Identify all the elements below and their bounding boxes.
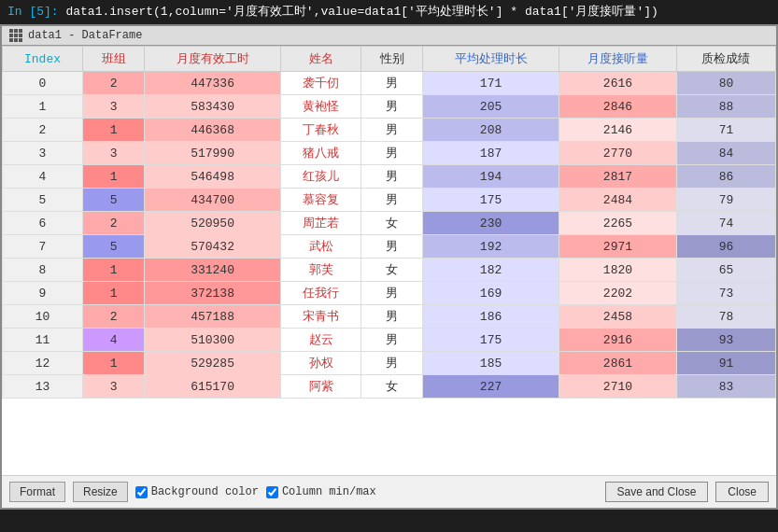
cell-avg: 187 <box>423 142 559 165</box>
cell-gender: 男 <box>361 305 423 329</box>
cell-index: 13 <box>3 375 83 399</box>
col-header-name: 姓名 <box>281 47 361 72</box>
cell-index: 0 <box>3 72 83 95</box>
cell-listen: 2484 <box>559 189 677 212</box>
cell-gongshi: 447336 <box>145 72 281 95</box>
cell-banz: 3 <box>83 95 145 119</box>
table-row: 33517990猪八戒男187277084 <box>3 142 776 165</box>
col-minmax-label: Column min/max <box>282 485 376 498</box>
cell-name: 猪八戒 <box>281 142 361 165</box>
cell-index: 2 <box>3 119 83 142</box>
title-bar: data1 - DataFrame <box>2 26 776 46</box>
cell-score: 80 <box>676 72 775 95</box>
cell-score: 84 <box>676 142 775 165</box>
cell-score: 93 <box>676 329 775 352</box>
cell-avg: 185 <box>423 352 559 375</box>
table-row: 102457188宋青书男186245878 <box>3 305 776 329</box>
col-header-score: 质检成绩 <box>676 47 775 72</box>
cell-name: 郭芙 <box>281 259 361 282</box>
cell-listen: 2770 <box>559 142 677 165</box>
cell-name: 黄袍怪 <box>281 95 361 119</box>
cell-gender: 女 <box>361 259 423 282</box>
bg-color-checkbox-label[interactable]: Background color <box>135 485 259 498</box>
table-row: 02447336袭千仞男171261680 <box>3 72 776 95</box>
cell-score: 73 <box>676 282 775 305</box>
col-header-listen: 月度接听量 <box>559 47 677 72</box>
resize-button[interactable]: Resize <box>73 482 128 502</box>
cell-gongshi: 570432 <box>145 235 281 259</box>
cell-avg: 186 <box>423 305 559 329</box>
cell-banz: 5 <box>83 235 145 259</box>
cell-score: 96 <box>676 235 775 259</box>
cell-banz: 1 <box>83 282 145 305</box>
table-container[interactable]: Index 班组 月度有效工时 姓名 性别 平均处理时长 月度接听量 质检成绩 … <box>2 46 776 475</box>
cell-banz: 3 <box>83 142 145 165</box>
table-row: 13583430黄袍怪男205284688 <box>3 95 776 119</box>
cell-name: 红孩儿 <box>281 165 361 189</box>
cell-index: 7 <box>3 235 83 259</box>
dataframe-window: data1 - DataFrame Index 班组 月度有效工时 姓名 性别 … <box>0 24 778 510</box>
cell-listen: 2861 <box>559 352 677 375</box>
cell-index: 3 <box>3 142 83 165</box>
cell-banz: 1 <box>83 352 145 375</box>
cell-index: 8 <box>3 259 83 282</box>
col-minmax-checkbox-label[interactable]: Column min/max <box>266 485 376 498</box>
cell-name: 任我行 <box>281 282 361 305</box>
col-header-avg: 平均处理时长 <box>423 47 559 72</box>
cell-gender: 男 <box>361 352 423 375</box>
table-row: 133615170阿紫女227271083 <box>3 375 776 399</box>
table-body: 02447336袭千仞男17126168013583430黄袍怪男2052846… <box>3 72 776 399</box>
cell-gongshi: 529285 <box>145 352 281 375</box>
cell-index: 12 <box>3 352 83 375</box>
close-button[interactable]: Close <box>715 482 769 502</box>
cell-gongshi: 331240 <box>145 259 281 282</box>
table-row: 55434700慕容复男175248479 <box>3 189 776 212</box>
cell-listen: 2846 <box>559 95 677 119</box>
bg-color-checkbox[interactable] <box>135 486 148 498</box>
cell-gender: 男 <box>361 329 423 352</box>
cell-avg: 182 <box>423 259 559 282</box>
cell-index: 5 <box>3 189 83 212</box>
cell-avg: 169 <box>423 282 559 305</box>
cell-avg: 175 <box>423 189 559 212</box>
cell-score: 91 <box>676 352 775 375</box>
cell-gongshi: 510300 <box>145 329 281 352</box>
data-table: Index 班组 月度有效工时 姓名 性别 平均处理时长 月度接听量 质检成绩 … <box>2 46 776 399</box>
cell-avg: 171 <box>423 72 559 95</box>
cell-banz: 2 <box>83 305 145 329</box>
cell-name: 慕容复 <box>281 189 361 212</box>
cell-gongshi: 546498 <box>145 165 281 189</box>
col-header-banz: 班组 <box>83 47 145 72</box>
cell-banz: 1 <box>83 259 145 282</box>
cell-banz: 4 <box>83 329 145 352</box>
table-row: 41546498红孩儿男194281786 <box>3 165 776 189</box>
table-row: 21446368丁春秋男208214671 <box>3 119 776 142</box>
col-header-index: Index <box>3 47 83 72</box>
table-row: 75570432武松男192297196 <box>3 235 776 259</box>
cell-gongshi: 446368 <box>145 119 281 142</box>
col-header-gender: 性别 <box>361 47 423 72</box>
cell-gender: 男 <box>361 95 423 119</box>
cell-gongshi: 517990 <box>145 142 281 165</box>
cell-gongshi: 520950 <box>145 212 281 235</box>
cell-gongshi: 372138 <box>145 282 281 305</box>
col-header-gongshi: 月度有效工时 <box>145 47 281 72</box>
col-minmax-checkbox[interactable] <box>266 486 278 498</box>
cell-gender: 女 <box>361 212 423 235</box>
cell-score: 71 <box>676 119 775 142</box>
cell-gender: 男 <box>361 142 423 165</box>
save-close-button[interactable]: Save and Close <box>605 482 709 502</box>
grid-icon <box>9 29 22 42</box>
bottom-bar: Format Resize Background color Column mi… <box>2 475 776 508</box>
cell-avg: 205 <box>423 95 559 119</box>
cell-listen: 2710 <box>559 375 677 399</box>
cell-gender: 男 <box>361 189 423 212</box>
table-row: 121529285孙权男185286191 <box>3 352 776 375</box>
header-row: Index 班组 月度有效工时 姓名 性别 平均处理时长 月度接听量 质检成绩 <box>3 47 776 72</box>
cell-score: 78 <box>676 305 775 329</box>
cell-score: 74 <box>676 212 775 235</box>
cell-score: 79 <box>676 189 775 212</box>
window-title: data1 - DataFrame <box>28 29 142 42</box>
format-button[interactable]: Format <box>9 482 65 502</box>
cell-score: 88 <box>676 95 775 119</box>
